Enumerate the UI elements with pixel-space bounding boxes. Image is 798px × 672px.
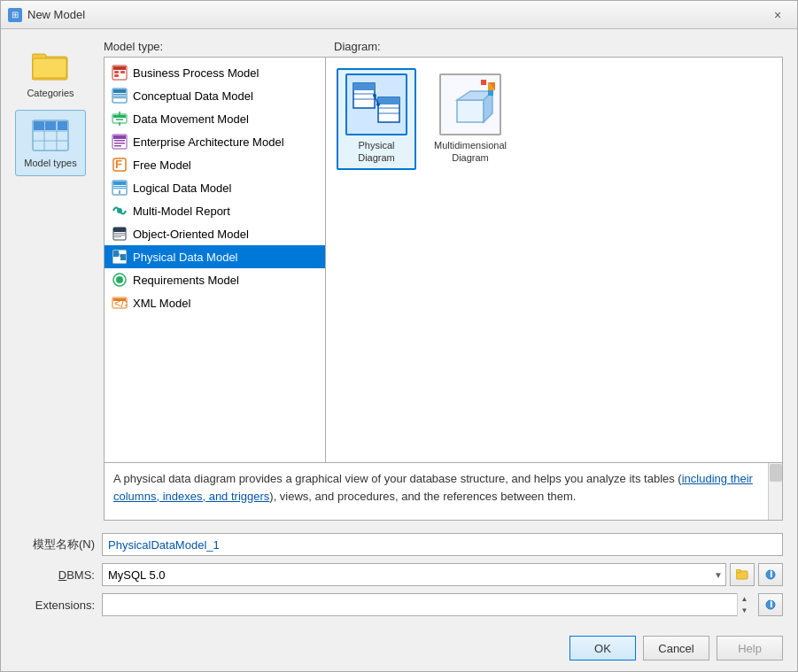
svg-rect-2 [33,58,66,78]
description-scrollbar[interactable] [768,463,782,520]
center-panel: Model type: Diagram: [104,40,783,521]
dbms-select-wrapper: MySQL 5.0 MySQL 8.0 Oracle 12c SQL Serve… [102,563,783,586]
svg-rect-54 [353,83,375,90]
description-highlight: including their columns, indexes, and tr… [113,472,753,503]
mmr-label: Multi-Model Report [133,205,230,218]
bpm-icon [112,65,128,81]
svg-rect-9 [45,121,56,130]
description-text: A physical data diagram provides a graph… [113,472,753,503]
ldm-label: Logical Data Model [133,182,231,195]
new-model-dialog: New Model × Categories [0,0,798,672]
xml-icon: </> [112,295,128,311]
svg-rect-14 [120,71,125,73]
svg-rect-18 [113,94,126,95]
model-name-input[interactable] [102,533,783,556]
dbms-info-btn[interactable]: i [758,563,783,586]
svg-rect-69 [481,80,486,85]
form-fields: 模型名称(N) DBMS: MySQL 5.0 MySQL 8.0 Oracle… [15,533,783,616]
categories-label: Categories [27,88,74,99]
title-bar-icon [8,8,22,22]
extensions-row: Extensions: ▲ ▼ i [15,593,783,616]
model-type-dm[interactable]: Data Movement Model [105,107,325,130]
svg-text:i: i [770,569,773,580]
svg-text:</>: </> [114,297,128,310]
svg-rect-15 [114,74,119,77]
diagram-header: Diagram: [325,40,783,55]
description-area: A physical data diagram provides a graph… [104,463,783,521]
model-type-mmr[interactable]: Multi-Model Report [105,199,325,222]
svg-rect-45 [113,251,119,257]
multidim-diagram-label: Multidimensional Diagram [434,139,507,165]
svg-text:i: i [770,599,773,610]
xml-label: XML Model [133,297,190,310]
model-type-pdm[interactable]: Physical Data Model [105,245,325,268]
svg-rect-40 [113,228,126,232]
dbms-label: DBMS: [15,568,95,582]
extensions-input[interactable] [102,593,751,616]
svg-rect-58 [378,97,399,104]
model-type-header: Model type: [104,40,325,55]
svg-rect-22 [113,115,126,118]
help-button[interactable]: Help [717,636,783,660]
svg-rect-30 [114,145,121,147]
dm-label: Data Movement Model [133,112,249,126]
svg-rect-20 [113,97,126,98]
svg-point-38 [117,208,122,213]
svg-rect-35 [113,186,126,187]
svg-rect-34 [113,182,126,185]
extensions-wrapper: ▲ ▼ i [102,593,783,616]
ea-icon [112,134,128,150]
model-type-free[interactable]: F Free Model [105,153,325,176]
model-type-bpm[interactable]: Business Process Model [105,61,325,84]
diagram-item-physical[interactable]: Physical Diagram [337,68,416,170]
model-type-ldm[interactable]: Logical Data Model [105,176,325,199]
model-types-label: Model types [24,158,76,169]
svg-rect-41 [114,233,125,234]
pdm-label: Physical Data Model [133,251,238,264]
svg-rect-29 [114,143,125,144]
extensions-down-btn[interactable]: ▼ [738,605,751,616]
model-types-icon [32,117,69,154]
svg-rect-36 [113,188,126,189]
labels-row: Model type: Diagram: [104,40,783,55]
sidebar-item-categories[interactable]: Categories [15,40,86,106]
dbms-folder-btn[interactable] [730,563,755,586]
main-area: Categories [15,40,783,521]
svg-rect-28 [114,140,125,142]
free-icon: F [112,157,128,173]
footer: OK Cancel Help [1,627,797,671]
ok-button[interactable]: OK [569,636,636,660]
svg-rect-13 [114,71,119,73]
svg-rect-19 [113,96,126,97]
pdm-icon [112,249,128,265]
svg-rect-43 [114,236,121,237]
diagram-item-multidim[interactable]: Multidimensional Diagram [430,68,510,170]
model-type-ea[interactable]: Enterprise Architecture Model [105,130,325,153]
multidim-diagram-thumb [439,73,501,135]
dm-icon [112,111,128,127]
model-type-oom[interactable]: Object-Oriented Model [105,222,325,245]
dbms-select[interactable]: MySQL 5.0 MySQL 8.0 Oracle 12c SQL Serve… [102,563,726,586]
diagram-area: Physical Diagram [326,58,782,462]
model-type-xml[interactable]: </> XML Model [105,291,325,314]
title-bar: New Model × [1,1,797,29]
svg-rect-8 [34,121,44,130]
model-type-req[interactable]: Requirements Model [105,268,325,291]
dbms-select-container: MySQL 5.0 MySQL 8.0 Oracle 12c SQL Serve… [102,563,726,586]
svg-rect-46 [120,254,126,260]
extensions-info-btn[interactable]: i [758,593,783,616]
svg-rect-42 [114,235,125,236]
categories-icon [32,47,69,84]
sidebar-item-model-types[interactable]: Model types [15,110,86,176]
extensions-up-btn[interactable]: ▲ [738,593,751,605]
physical-diagram-thumb [345,73,407,135]
model-type-cdm[interactable]: Conceptual Data Model [105,84,325,107]
oom-label: Object-Oriented Model [133,228,249,241]
cancel-button[interactable]: Cancel [643,636,709,660]
close-button[interactable]: × [765,3,790,27]
req-label: Requirements Model [133,274,239,287]
model-name-row: 模型名称(N) [15,533,783,556]
mmr-icon [112,203,128,219]
ldm-icon [112,180,128,196]
title-bar-title: New Model [27,8,765,21]
